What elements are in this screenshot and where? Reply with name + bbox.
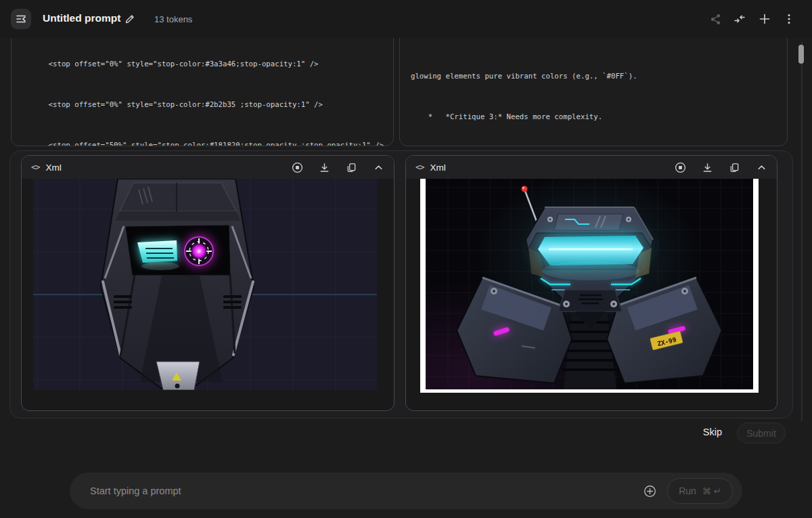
page-title: Untitled prompt bbox=[43, 12, 120, 24]
prompt-bar: Run ⌘ ↵ bbox=[70, 473, 742, 509]
card-language-label: Xml bbox=[430, 163, 445, 173]
download-icon[interactable] bbox=[701, 161, 713, 173]
add-attachment-icon[interactable] bbox=[644, 485, 656, 498]
copy-icon[interactable] bbox=[345, 161, 357, 173]
collapse-sidebar-icon bbox=[15, 13, 27, 25]
critique-text: glowing elements pure vibrant colors (e.… bbox=[400, 28, 787, 146]
scrollbar-thumb[interactable] bbox=[798, 45, 804, 64]
stop-render-icon[interactable] bbox=[674, 161, 686, 173]
prompt-input[interactable] bbox=[90, 473, 618, 509]
code-panel-left[interactable]: <stop offset="0%" style="stop-color:#3a3… bbox=[11, 27, 394, 146]
top-bar: Untitled prompt 13 tokens bbox=[0, 0, 812, 38]
edit-title-icon[interactable] bbox=[125, 14, 135, 27]
render-card-right: <> Xml bbox=[405, 155, 777, 411]
collapse-panels-icon[interactable] bbox=[734, 13, 746, 25]
submit-button[interactable]: Submit bbox=[737, 423, 786, 444]
robot-render-left bbox=[33, 179, 377, 390]
scrollbar-track bbox=[801, 42, 803, 421]
card-language-label: Xml bbox=[45, 163, 61, 173]
code-icon: <> bbox=[31, 163, 39, 172]
share-icon[interactable] bbox=[709, 13, 721, 25]
new-prompt-plus-icon[interactable] bbox=[759, 13, 771, 25]
kebab-menu-icon[interactable] bbox=[783, 13, 795, 25]
download-icon[interactable] bbox=[318, 161, 330, 173]
copy-icon[interactable] bbox=[728, 161, 740, 173]
collapse-card-chevron-icon[interactable] bbox=[755, 161, 767, 173]
collapse-card-chevron-icon[interactable] bbox=[372, 161, 384, 173]
card-header: <> Xml bbox=[22, 156, 394, 179]
run-button[interactable]: Run ⌘ ↵ bbox=[667, 478, 733, 504]
stop-render-icon[interactable] bbox=[291, 161, 303, 173]
render-card-left: <> Xml bbox=[21, 155, 394, 411]
collapse-sidebar-button[interactable] bbox=[11, 9, 31, 29]
code-icon: <> bbox=[415, 163, 424, 172]
token-count: 13 tokens bbox=[154, 14, 192, 24]
code-panel-right[interactable]: glowing elements pure vibrant colors (e.… bbox=[399, 27, 788, 146]
card-header: <> Xml bbox=[406, 156, 777, 179]
xml-code-text: <stop offset="0%" style="stop-color:#3a3… bbox=[12, 28, 393, 146]
robot-render-right: ZX-99 bbox=[420, 179, 759, 393]
run-button-label: Run bbox=[679, 485, 696, 496]
responses-wrapper: <> Xml bbox=[9, 150, 793, 418]
run-shortcut-hint: ⌘ ↵ bbox=[702, 486, 721, 496]
skip-button[interactable]: Skip bbox=[703, 427, 722, 437]
